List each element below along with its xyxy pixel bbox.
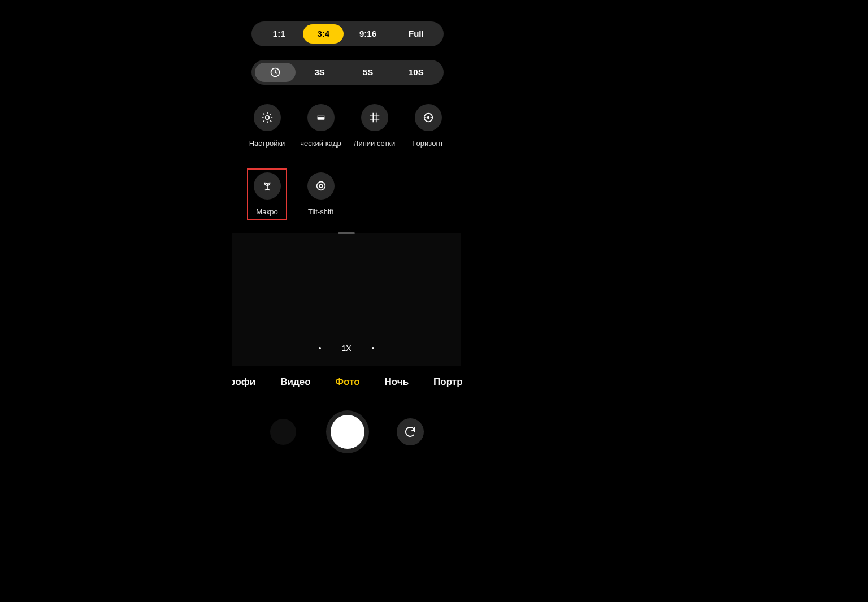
svg-point-5 [427, 117, 429, 119]
gear-icon [261, 111, 274, 124]
svg-point-1 [265, 116, 268, 119]
timer-selector: 3S 5S 10S [251, 60, 444, 85]
svg-point-6 [316, 182, 325, 190]
gallery-thumbnail[interactable] [270, 419, 296, 445]
aspect-ratio-9-16[interactable]: 9:16 [344, 24, 392, 44]
option-label: Макро [256, 207, 277, 216]
aspect-ratio-selector: 1:1 3:4 9:16 Full [251, 21, 444, 46]
switch-camera-button[interactable] [397, 418, 424, 445]
aspect-ratio-1-1[interactable]: 1:1 [255, 24, 303, 44]
level-icon [422, 111, 435, 124]
timer-5s[interactable]: 5S [344, 63, 392, 82]
svg-rect-3 [317, 115, 324, 117]
aspect-ratio-3-4[interactable]: 3:4 [303, 24, 344, 44]
option-label: Горизонт [413, 139, 443, 148]
flower-icon [261, 180, 274, 192]
option-gridlines[interactable]: Линии сетки [348, 104, 401, 148]
option-label: Линии сетки [354, 139, 395, 148]
zoom-label[interactable]: 1X [341, 344, 351, 353]
option-macro[interactable]: Макро [240, 172, 294, 216]
option-label: Tilt-shift [308, 207, 333, 216]
mode-portrait[interactable]: Портрет [433, 376, 463, 388]
mode-night[interactable]: Ночь [385, 376, 409, 388]
camera-app-screen: 1:1 3:4 9:16 Full 3S 5S 10S Настройки [232, 0, 463, 464]
grid-icon [368, 111, 381, 124]
option-smart-frame[interactable]: ческий кадр [294, 104, 348, 148]
mode-video[interactable]: Видео [280, 376, 310, 388]
timer-off[interactable] [255, 63, 296, 82]
option-label: Настройки [249, 139, 285, 148]
mode-indicator [338, 232, 355, 234]
shutter-button[interactable] [326, 410, 369, 453]
target-icon [315, 180, 327, 192]
quick-options-grid: Настройки ческий кадр Линии сетки [240, 104, 455, 216]
frame-icon [315, 111, 327, 124]
zoom-dot [372, 347, 374, 349]
option-tilt-shift[interactable]: Tilt-shift [294, 172, 348, 216]
svg-point-7 [319, 184, 323, 188]
mode-photo[interactable]: Фото [336, 376, 360, 388]
zoom-dot [319, 347, 321, 349]
timer-10s[interactable]: 10S [392, 63, 440, 82]
option-horizon[interactable]: Горизонт [401, 104, 455, 148]
zoom-selector[interactable]: 1X [232, 344, 461, 353]
option-label: ческий кадр [300, 139, 341, 148]
shutter-inner [331, 415, 364, 449]
clock-icon [270, 67, 281, 78]
camera-modes[interactable]: Профи Видео Фото Ночь Портрет [232, 376, 463, 388]
timer-3s[interactable]: 3S [296, 63, 344, 82]
viewfinder[interactable]: 1X [232, 233, 461, 366]
option-settings[interactable]: Настройки [240, 104, 294, 148]
bottom-controls [232, 408, 463, 456]
aspect-ratio-full[interactable]: Full [392, 24, 440, 44]
switch-camera-icon [403, 425, 417, 439]
mode-pro[interactable]: Профи [232, 376, 255, 388]
